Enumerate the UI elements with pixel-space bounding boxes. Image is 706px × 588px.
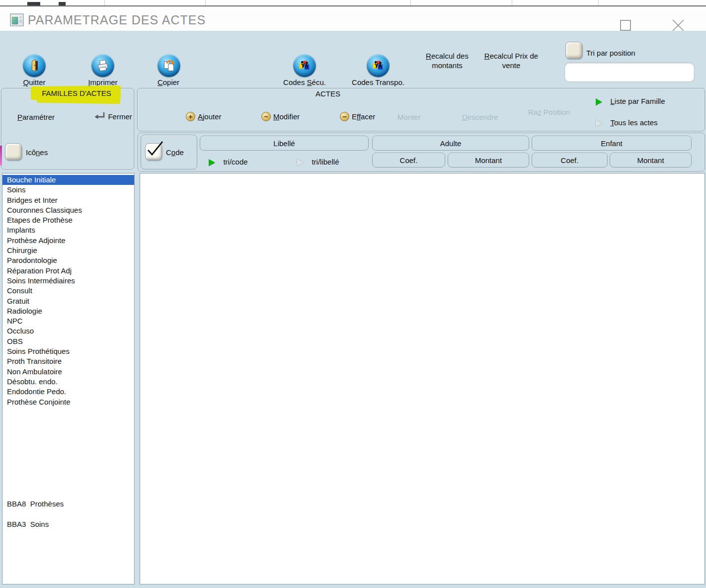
list-item[interactable]: BBA3 Soins bbox=[2, 519, 134, 529]
codes-transpo-label: Codes Transpo. bbox=[352, 78, 404, 86]
window-title: PARAMETRAGE DES ACTES bbox=[28, 13, 206, 27]
list-item[interactable]: Couronnes Classiques bbox=[2, 205, 134, 215]
enfant-coef-header[interactable]: Coef. bbox=[532, 153, 608, 168]
descendre-button[interactable]: Descendre bbox=[462, 113, 498, 121]
fermer-button[interactable]: Fermer bbox=[94, 111, 132, 123]
code-label: Code bbox=[166, 148, 184, 157]
list-item[interactable]: Soins Prothétiques bbox=[2, 346, 134, 356]
modifier-button[interactable]: ~ Modifier bbox=[261, 112, 300, 121]
effacer-label: Effacer bbox=[352, 112, 375, 121]
list-item[interactable]: Endodontie Pedo. bbox=[2, 387, 134, 397]
list-item[interactable]: Parodontologie bbox=[2, 255, 134, 265]
familles-list-items: Bouche InitialeSoinsBridges et InterCour… bbox=[2, 175, 134, 407]
list-item[interactable]: Bridges et Inter bbox=[2, 195, 134, 205]
ajouter-button[interactable]: + Ajouter bbox=[186, 112, 222, 121]
ajouter-label: Ajouter bbox=[198, 112, 222, 121]
adulte-coef-header[interactable]: Coef. bbox=[372, 153, 445, 168]
fermer-label: Fermer bbox=[108, 112, 132, 121]
yellow-highlight bbox=[37, 97, 120, 104]
list-item[interactable]: Proth Transitoire bbox=[2, 356, 134, 366]
icones-checkbox[interactable] bbox=[5, 143, 22, 160]
recalcul-prix-link[interactable]: Recalcul Prix de vente bbox=[484, 51, 538, 70]
printer-icon bbox=[91, 54, 114, 77]
list-item[interactable]: Non Ambulatoire bbox=[2, 367, 134, 377]
list-item[interactable]: Prothèse Adjointe bbox=[2, 236, 134, 246]
gray-play-icon bbox=[297, 159, 304, 166]
code-header[interactable]: Code bbox=[141, 135, 197, 169]
quitter-label: Quitter bbox=[23, 78, 45, 86]
list-item[interactable]: Etapes de Prothèse bbox=[2, 215, 134, 225]
tri-libelle-button[interactable]: tri/libellé bbox=[297, 158, 339, 168]
liste-par-famille-button[interactable]: Liste par Famille bbox=[596, 97, 665, 107]
monter-button[interactable]: Monter bbox=[397, 113, 421, 121]
list-item[interactable]: Désobtu. endo. bbox=[2, 377, 134, 387]
tous-les-actes-label: Tous les actes bbox=[610, 118, 657, 127]
list-item[interactable]: Consult bbox=[2, 286, 134, 296]
list-item[interactable]: OBS bbox=[2, 336, 134, 346]
list-item[interactable]: Chirurgie bbox=[2, 246, 134, 255]
modifier-label: Modifier bbox=[273, 112, 300, 121]
adulte-header[interactable]: Adulte bbox=[372, 136, 529, 151]
list-item[interactable]: Réparation Prot Adj bbox=[2, 266, 134, 276]
tri-code-button[interactable]: tri/code bbox=[209, 158, 248, 168]
familles-panel-title: FAMILLES D'ACTES bbox=[33, 89, 120, 97]
raz-position-button[interactable]: Raz Position bbox=[528, 108, 570, 116]
gray-play-icon bbox=[596, 120, 602, 127]
actes-panel-title: ACTES bbox=[315, 89, 340, 98]
list-item[interactable]: BBA8 Prothèses bbox=[2, 499, 134, 509]
list-item[interactable]: Prothèse Conjointe bbox=[2, 397, 134, 407]
copy-pages-icon bbox=[157, 54, 180, 77]
list-item[interactable]: NPC bbox=[2, 316, 134, 326]
actes-table-area[interactable] bbox=[140, 173, 705, 585]
title-bar: PARAMETRAGE DES ACTES bbox=[0, 9, 706, 31]
app-window-icon bbox=[10, 13, 24, 28]
parametrer-button[interactable]: Paramétrer bbox=[17, 113, 55, 121]
background-desktop-sliver bbox=[0, 146, 2, 166]
list-item[interactable]: Gratuit bbox=[2, 296, 134, 306]
list-item[interactable]: Soins bbox=[2, 185, 134, 195]
tri-par-position-checkbox[interactable] bbox=[565, 42, 582, 59]
tri-position-input[interactable] bbox=[564, 62, 695, 82]
familles-list-bottom-items: BBA8 ProthèsesBBA3 Soins bbox=[2, 499, 134, 540]
recalcul-montants-link[interactable]: Recalcul des montants bbox=[426, 51, 469, 70]
plus-icon: + bbox=[186, 112, 195, 121]
list-item[interactable]: Occluso bbox=[2, 326, 134, 336]
effacer-button[interactable]: − Effacer bbox=[340, 112, 375, 121]
tri-code-label: tri/code bbox=[223, 158, 247, 166]
enfant-header[interactable]: Enfant bbox=[532, 136, 692, 151]
minus-icon: − bbox=[340, 112, 349, 121]
background-window-strip bbox=[0, 0, 706, 9]
codes-secu-label: Codes Sécu. bbox=[283, 78, 326, 86]
list-item[interactable]: Implants bbox=[2, 225, 134, 235]
list-item[interactable]: Bouche Initiale bbox=[2, 175, 134, 185]
tilde-icon: ~ bbox=[261, 112, 271, 121]
tri-libelle-label: tri/libellé bbox=[312, 158, 339, 166]
enter-arrow-icon bbox=[94, 111, 106, 123]
libelle-header[interactable]: Libellé bbox=[200, 136, 369, 151]
familles-listbox[interactable]: Bouche InitialeSoinsBridges et InterCour… bbox=[2, 173, 135, 585]
code-checkbox[interactable] bbox=[145, 143, 162, 160]
door-icon bbox=[23, 54, 46, 77]
icones-label: Icônes bbox=[26, 148, 48, 157]
green-play-icon bbox=[596, 98, 602, 105]
list-item[interactable]: Radiologie bbox=[2, 306, 134, 316]
people-codes-icon bbox=[367, 54, 390, 77]
enfant-montant-header[interactable]: Montant bbox=[610, 153, 692, 168]
copier-label: Copier bbox=[157, 78, 179, 86]
tous-les-actes-button[interactable]: Tous les actes bbox=[596, 118, 658, 129]
green-play-icon bbox=[209, 159, 215, 166]
people-codes-icon bbox=[293, 54, 316, 77]
adulte-montant-header[interactable]: Montant bbox=[448, 153, 529, 168]
tri-par-position-label: Tri par position bbox=[586, 49, 635, 57]
liste-par-famille-label: Liste par Famille bbox=[610, 97, 665, 105]
list-item[interactable]: Soins Intermédiaires bbox=[2, 276, 134, 286]
